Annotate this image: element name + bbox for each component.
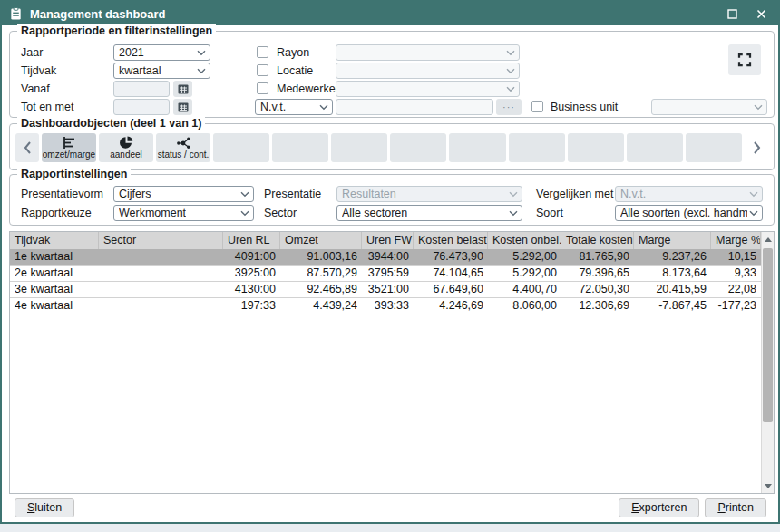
tijdvak-label: Tijdvak: [21, 63, 56, 79]
nvt-select[interactable]: N.v.t.: [255, 99, 333, 115]
maximize-button[interactable]: [722, 4, 742, 24]
table-cell: 3795:59: [362, 266, 414, 281]
chevron-down-icon: [509, 210, 518, 217]
presentatie-value: Resultaten: [342, 188, 396, 201]
dashboard-objects-toolbar: omzet/marge aandeel status / cont.: [15, 133, 768, 162]
more-options-button[interactable]: ···: [496, 99, 522, 115]
column-header[interactable]: Marge %: [711, 232, 761, 249]
tijdvak-select[interactable]: kwartaal: [113, 63, 210, 79]
table-cell: 3925:00: [223, 266, 280, 281]
presentatievorm-select[interactable]: Cijfers: [113, 186, 254, 202]
table-cell: 22,08: [711, 282, 761, 297]
table-cell: 4130:00: [223, 282, 280, 297]
column-header[interactable]: Tijdvak: [10, 232, 99, 249]
business-unit-select[interactable]: [651, 99, 767, 115]
sector-select[interactable]: Alle sectoren: [336, 205, 522, 221]
table-row[interactable]: 1e kwartaal4091:0091.003,163944:0076.473…: [10, 249, 761, 266]
close-button[interactable]: [751, 4, 771, 24]
table-cell: 4.439,24: [280, 298, 362, 314]
column-header[interactable]: Kosten belast: [414, 232, 488, 249]
scrollbar-down-button[interactable]: [762, 479, 774, 493]
table-cell: [99, 282, 223, 297]
dashboard-object-omzet-marge[interactable]: omzet/marge: [42, 133, 96, 162]
scrollbar-thumb[interactable]: [763, 248, 773, 422]
rapportkeuze-select[interactable]: Werkmoment: [113, 205, 254, 221]
table-row[interactable]: 3e kwartaal4130:0092.465,893521:0067.649…: [10, 282, 761, 298]
filters-group: Rapportperiode en filterinstellingen Jaa…: [9, 31, 775, 118]
table-body: 1e kwartaal4091:0091.003,163944:0076.473…: [10, 249, 761, 314]
business-unit-checkbox[interactable]: [531, 101, 543, 112]
printen-button[interactable]: Printen: [705, 498, 766, 517]
table-cell: 74.104,65: [414, 266, 488, 281]
vertical-scrollbar[interactable]: [761, 232, 774, 493]
table-cell: 5.292,00: [488, 249, 561, 265]
dashboard-object-aandeel[interactable]: aandeel: [99, 133, 153, 162]
chevron-down-icon: [754, 104, 763, 111]
column-header[interactable]: Sector: [99, 232, 223, 249]
chevron-down-icon: [319, 104, 328, 111]
column-header[interactable]: Uren RL: [223, 232, 280, 249]
jaar-select[interactable]: 2021: [113, 44, 210, 61]
column-header[interactable]: Omzet: [280, 232, 362, 249]
chevron-down-icon: [197, 68, 206, 74]
table-cell: 92.465,89: [280, 282, 362, 297]
triangle-up-icon: [765, 237, 772, 242]
column-header[interactable]: Totale kosten: [561, 232, 634, 249]
locatie-checkbox[interactable]: [257, 64, 268, 76]
bar-chart-icon: [62, 136, 77, 150]
empty-dashboard-slot: [213, 133, 269, 162]
tool-label: status / cont.: [158, 150, 210, 160]
tot-en-met-label: Tot en met: [21, 99, 73, 115]
maximize-icon: [727, 9, 737, 19]
exporteren-button[interactable]: Exporteren: [619, 498, 699, 517]
table-cell: [99, 266, 223, 281]
table-row[interactable]: 4e kwartaal197:334.439,24393:334.246,698…: [10, 298, 761, 314]
table-cell: 67.649,60: [414, 282, 488, 297]
scroll-left-button[interactable]: [15, 133, 39, 162]
chevron-right-icon: [753, 141, 761, 154]
presentatie-select: Resultaten: [336, 186, 522, 202]
chevron-down-icon: [240, 210, 249, 217]
sector-label: Sector: [264, 205, 297, 221]
scrollbar-up-button[interactable]: [762, 232, 774, 247]
vanaf-date-input[interactable]: [113, 81, 170, 97]
minimize-button[interactable]: –: [693, 4, 713, 24]
tot-en-met-calendar-button[interactable]: [173, 99, 192, 115]
column-header[interactable]: Kosten onbel.: [488, 232, 561, 249]
nvt-value: N.v.t.: [260, 101, 286, 114]
empty-dashboard-slot: [449, 133, 505, 162]
empty-dashboard-slot: [272, 133, 328, 162]
table-cell: 8.173,64: [634, 266, 711, 281]
chevron-down-icon: [197, 50, 206, 56]
presentatievorm-label: Presentatievorm: [21, 186, 103, 202]
empty-dashboard-slot: [331, 133, 387, 162]
soort-value: Alle soorten (excl. handmatig: [620, 207, 747, 220]
table-row[interactable]: 2e kwartaal3925:0087.570,293795:5974.104…: [10, 266, 761, 282]
tot-en-met-date-input[interactable]: [113, 99, 170, 115]
table-cell: 76.473,90: [414, 249, 488, 265]
column-header[interactable]: Uren FW: [362, 232, 414, 249]
chevron-down-icon: [749, 191, 758, 198]
chevron-down-icon: [506, 68, 515, 74]
table-cell: 20.415,59: [634, 282, 711, 297]
vergelijken-met-value: N.v.t.: [620, 188, 646, 201]
title-bar[interactable]: Management dashboard –: [2, 2, 778, 25]
soort-select[interactable]: Alle soorten (excl. handmatig: [615, 205, 763, 221]
locatie-select[interactable]: [336, 63, 520, 79]
scroll-right-button[interactable]: [745, 133, 768, 162]
report-document-icon: [9, 7, 23, 21]
filter-text-input[interactable]: [336, 99, 493, 115]
rayon-checkbox[interactable]: [257, 46, 268, 58]
dashboard-object-status-cont[interactable]: status / cont.: [156, 133, 210, 162]
medewerker-select[interactable]: [336, 81, 520, 97]
column-header[interactable]: Marge: [634, 232, 711, 249]
medewerker-checkbox[interactable]: [257, 82, 268, 94]
chevron-down-icon: [509, 191, 518, 198]
table-cell: 87.570,29: [280, 266, 362, 281]
fullscreen-button[interactable]: [728, 44, 761, 75]
report-settings-title: Rapportinstellingen: [17, 168, 131, 180]
vanaf-calendar-button[interactable]: [173, 81, 192, 97]
chevron-down-icon: [506, 86, 515, 92]
rayon-select[interactable]: [336, 44, 520, 61]
sluiten-button[interactable]: Sluiten: [15, 498, 74, 517]
